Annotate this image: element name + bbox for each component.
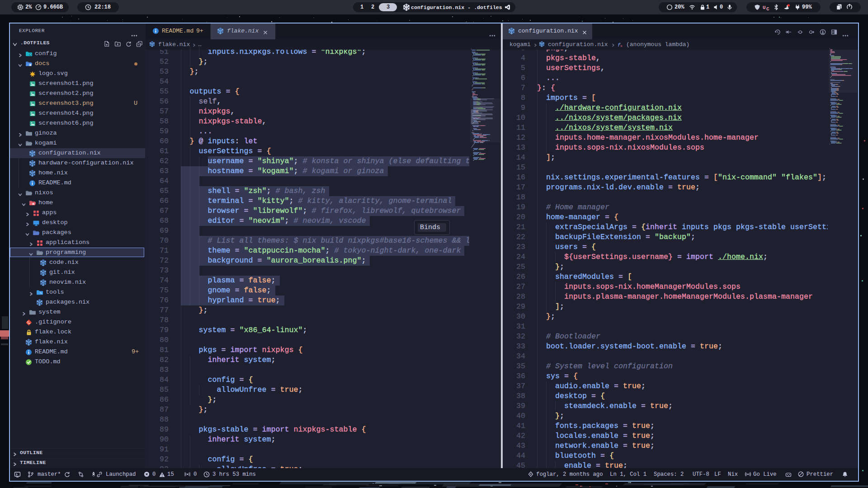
svg-text:x: x (620, 44, 623, 47)
